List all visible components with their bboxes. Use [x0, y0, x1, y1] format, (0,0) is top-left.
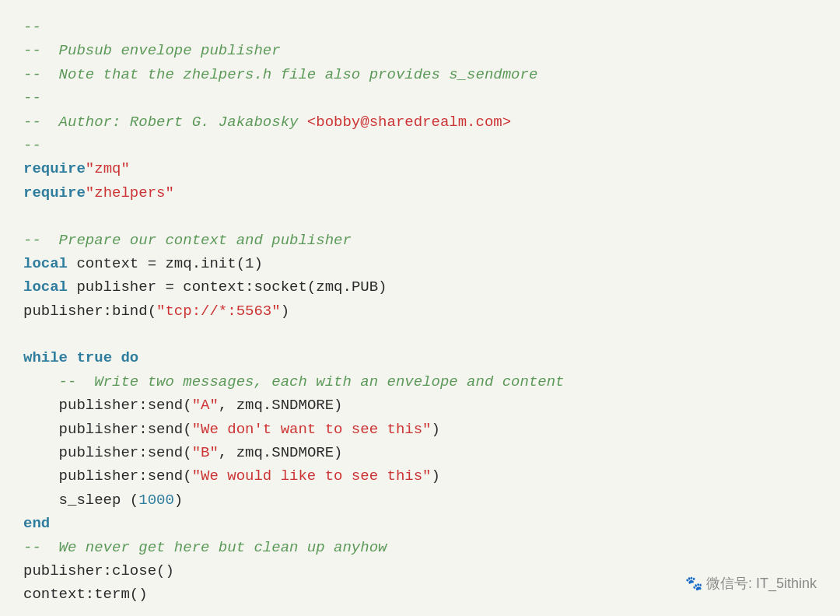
number-text: 1000 — [138, 492, 174, 509]
code-line: end — [23, 512, 817, 535]
normal-text: , zmq.SNDMORE) — [219, 444, 343, 461]
normal-text: ) — [281, 303, 289, 320]
normal-text: publisher = context:socket(zmq.PUB) — [68, 278, 387, 296]
code-line: publisher:send("A", zmq.SNDMORE) — [23, 394, 817, 417]
code-line: publisher:bind("tcp://*:5563") — [23, 299, 817, 323]
string-text: "We don't want to see this" — [192, 421, 432, 438]
watermark-icon: 🐾 — [685, 576, 706, 591]
code-line: -- Pubsub envelope publisher — [23, 39, 817, 62]
keyword-text: true — [76, 349, 112, 366]
normal-text — [112, 349, 121, 366]
normal-text: s_sleep ( — [23, 492, 138, 509]
code-line: s_sleep (1000) — [23, 488, 817, 512]
code-line: publisher:send("We don't want to see thi… — [23, 418, 817, 441]
code-container: ---- Pubsub envelope publisher-- Note th… — [0, 0, 840, 616]
code-line: -- — [23, 86, 817, 110]
normal-text: context = zmq.init(1) — [68, 255, 263, 272]
code-block: ---- Pubsub envelope publisher-- Note th… — [23, 16, 817, 607]
normal-text — [68, 349, 76, 366]
comment-text: -- Pubsub envelope publisher — [23, 42, 281, 59]
normal-text: ) — [432, 467, 440, 485]
code-line: local context = zmq.init(1) — [23, 252, 817, 275]
watermark: 🐾 微信号: IT_5ithink — [685, 574, 817, 593]
code-line: -- — [23, 134, 817, 157]
code-line: publisher:send("B", zmq.SNDMORE) — [23, 441, 817, 464]
code-line: publisher:send("We would like to see thi… — [23, 464, 817, 488]
keyword-text: require — [23, 184, 86, 201]
string-text: "zmq" — [86, 160, 130, 177]
comment-text: -- — [23, 19, 41, 36]
keyword-text: end — [23, 515, 50, 532]
comment-text: -- We never get here but clean up anyhow — [23, 539, 387, 556]
code-line: require"zmq" — [23, 157, 817, 180]
normal-text: publisher:send( — [23, 467, 192, 485]
string-text: "We would like to see this" — [192, 467, 432, 485]
code-line: while true do — [23, 346, 817, 369]
comment-text: -- Note that the zhelpers.h file also pr… — [23, 66, 537, 83]
keyword-text: require — [23, 160, 86, 177]
keyword-text: do — [121, 349, 138, 366]
normal-text: publisher:send( — [23, 397, 192, 414]
code-line: -- Note that the zhelpers.h file also pr… — [23, 63, 817, 86]
comment-text: -- Author: Robert G. Jakabosky — [23, 114, 307, 131]
watermark-text: 微信号: IT_5ithink — [706, 576, 817, 591]
comment-text: -- — [23, 137, 41, 154]
normal-text: , zmq.SNDMORE) — [219, 397, 343, 414]
normal-text: ) — [432, 421, 440, 438]
normal-text: publisher:send( — [23, 421, 192, 438]
normal-text: publisher:close() — [23, 562, 174, 579]
code-line: local publisher = context:socket(zmq.PUB… — [23, 275, 817, 299]
string-text: "tcp://*:5563" — [156, 303, 281, 320]
normal-text: context:term() — [23, 586, 148, 603]
keyword-text: local — [23, 278, 68, 296]
comment-text: -- Prepare our context and publisher — [23, 232, 352, 249]
normal-text: publisher:bind( — [23, 303, 156, 320]
string-text: "A" — [192, 397, 219, 414]
code-line: -- — [23, 16, 817, 39]
code-line: require"zhelpers" — [23, 181, 817, 205]
string-text: <bobby@sharedrealm.com> — [307, 114, 511, 131]
normal-text: ) — [174, 492, 183, 509]
code-line: -- We never get here but clean up anyhow — [23, 536, 817, 559]
normal-text: publisher:send( — [23, 444, 192, 461]
code-line: -- Write two messages, each with an enve… — [23, 370, 817, 394]
string-text: "B" — [192, 444, 219, 461]
code-line — [23, 323, 817, 346]
code-line — [23, 205, 817, 228]
comment-text: -- Write two messages, each with an enve… — [23, 373, 565, 390]
comment-text: -- — [23, 89, 41, 107]
keyword-text: local — [23, 255, 68, 272]
code-line: -- Prepare our context and publisher — [23, 229, 817, 252]
string-text: "zhelpers" — [86, 184, 174, 201]
keyword-text: while — [23, 349, 68, 366]
code-line: -- Author: Robert G. Jakabosky <bobby@sh… — [23, 110, 817, 134]
